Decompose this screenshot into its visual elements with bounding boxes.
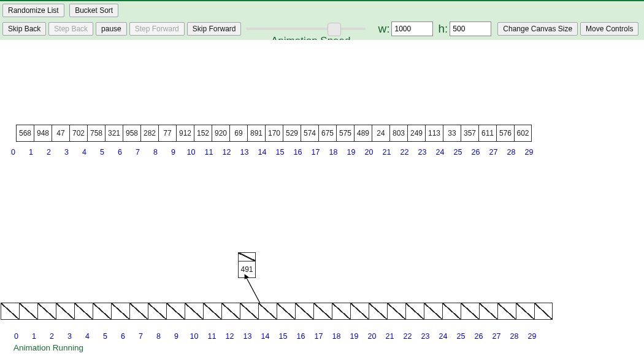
svg-line-0: [246, 277, 260, 303]
bucket-cell: [461, 303, 479, 320]
bucket-cell: [516, 303, 534, 320]
bucket-cell: [534, 303, 553, 320]
bucket-sort-button[interactable]: Bucket Sort: [69, 4, 118, 17]
bucket-index: 15: [274, 332, 292, 342]
array-index: 15: [271, 148, 289, 158]
pause-button[interactable]: pause: [96, 22, 127, 36]
bucket-cell: [185, 303, 203, 320]
slider-thumb[interactable]: [328, 23, 341, 36]
array-index: 12: [218, 148, 236, 158]
array-index: 2: [40, 148, 58, 158]
control-row-2: Skip Back Step Back pause Step Forward S…: [2, 19, 642, 40]
array-index: 1: [22, 148, 40, 158]
height-input[interactable]: [450, 21, 491, 36]
bucket-cell: [111, 303, 129, 320]
bucket-index: 19: [345, 332, 363, 342]
array-cell: 912: [176, 125, 194, 142]
bucket-cell: [369, 303, 387, 320]
bucket-index: 6: [114, 332, 132, 342]
array-cell: 568: [16, 125, 34, 142]
bucket-cell: [405, 303, 424, 320]
bucket-index: 0: [7, 332, 25, 342]
array-cell: 611: [478, 125, 496, 142]
array-index: 8: [147, 148, 164, 158]
array-index: 28: [502, 148, 520, 158]
width-input[interactable]: [391, 21, 433, 36]
bucket-index: 7: [132, 332, 150, 342]
array-index: 18: [324, 148, 342, 158]
array-cell: 702: [69, 125, 87, 142]
bucket-index: 14: [256, 332, 274, 342]
array-index: 13: [236, 148, 253, 158]
bucket-index: 4: [79, 332, 96, 342]
move-controls-button[interactable]: Move Controls: [580, 22, 638, 36]
array-index: 29: [520, 148, 538, 158]
array-cell: 170: [265, 125, 283, 142]
array-index: 7: [129, 148, 147, 158]
width-label: w:: [378, 22, 389, 36]
bucket-index: 21: [381, 332, 399, 342]
bucket-cell: [74, 303, 93, 320]
array-cell: 69: [229, 125, 247, 142]
bucket-cell: [93, 303, 111, 320]
bucket-index: 17: [310, 332, 328, 342]
bucket-cell: [497, 303, 516, 320]
change-canvas-size-button[interactable]: Change Canvas Size: [497, 22, 578, 36]
array-cell: 758: [87, 125, 105, 142]
array-row: 5689484770275832195828277912152920698911…: [16, 125, 532, 142]
bucket-index: 2: [43, 332, 61, 342]
control-bar: Randomize List Bucket Sort Skip Back Ste…: [0, 0, 644, 40]
bucket-cell: [148, 303, 166, 320]
array-cell: 77: [158, 125, 176, 142]
bucket-cell: [277, 303, 295, 320]
control-row-1: Randomize List Bucket Sort: [2, 2, 642, 19]
bucket-cell: [313, 303, 332, 320]
bucket-index: 11: [203, 332, 221, 342]
bucket-cell: [37, 303, 56, 320]
array-cell: 920: [212, 125, 229, 142]
bucket-index: 12: [221, 332, 239, 342]
array-index: 25: [449, 148, 467, 158]
array-cell: 33: [443, 125, 461, 142]
bucket-row: [1, 303, 553, 320]
skip-back-button[interactable]: Skip Back: [2, 22, 46, 36]
array-index: 17: [307, 148, 324, 158]
array-cell: 321: [105, 125, 123, 142]
animation-speed-slider[interactable]: [246, 22, 366, 36]
bucket-cell: [332, 303, 350, 320]
array-index: 19: [342, 148, 360, 158]
array-cell: 803: [389, 125, 407, 142]
bucket-index: 3: [61, 332, 79, 342]
array-index: 0: [4, 148, 22, 158]
bucket-cell: [350, 303, 369, 320]
skip-forward-button[interactable]: Skip Forward: [187, 22, 242, 36]
array-cell: 47: [52, 125, 69, 142]
slider-track: [246, 28, 366, 30]
randomize-button[interactable]: Randomize List: [2, 4, 64, 17]
bucket-index: 28: [505, 332, 523, 342]
array-cell: 152: [194, 125, 212, 142]
array-index: 4: [75, 148, 93, 158]
bucket-cell: [166, 303, 185, 320]
bucket-index: 9: [167, 332, 185, 342]
bucket-cell: [56, 303, 74, 320]
bucket-index: 13: [239, 332, 256, 342]
array-index: 3: [58, 148, 75, 158]
array-cell: 282: [140, 125, 158, 142]
bucket-cell: [221, 303, 240, 320]
bucket-cell: [203, 303, 221, 320]
bucket-index: 25: [452, 332, 470, 342]
array-index: 20: [360, 148, 378, 158]
array-cell: 113: [425, 125, 443, 142]
bucket-index: 26: [470, 332, 488, 342]
height-label: h:: [438, 22, 448, 36]
bucket-cell: [1, 303, 19, 320]
array-index: 6: [111, 148, 129, 158]
array-cell: 675: [318, 125, 336, 142]
array-index: 24: [431, 148, 449, 158]
array-index: 27: [485, 148, 502, 158]
array-index: 23: [413, 148, 431, 158]
array-cell: 891: [247, 125, 265, 142]
bucket-cell: [19, 303, 37, 320]
bucket-index: 23: [416, 332, 434, 342]
